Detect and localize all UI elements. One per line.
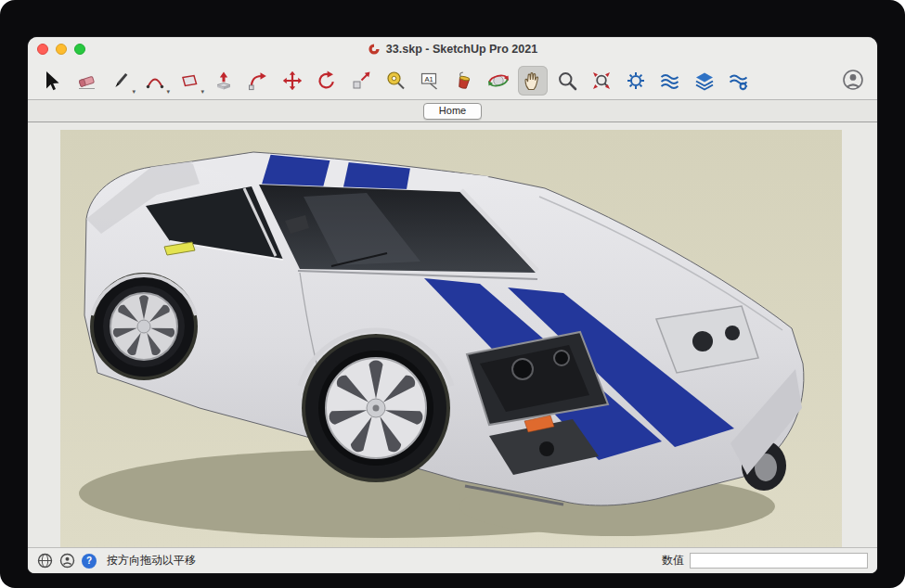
line-icon xyxy=(110,70,132,92)
toolbar-tools: ▾▾▾ xyxy=(37,66,758,96)
paint-bucket-button[interactable] xyxy=(449,66,479,96)
close-button[interactable] xyxy=(37,44,48,55)
add-detail-icon xyxy=(728,70,750,92)
zoom-button[interactable] xyxy=(552,66,582,96)
account-icon xyxy=(841,68,865,92)
help-icon[interactable]: ? xyxy=(82,554,97,569)
eraser-button[interactable] xyxy=(71,66,101,96)
front-wheel xyxy=(300,330,452,482)
tape-measure-icon xyxy=(384,70,407,92)
rotate-icon xyxy=(316,70,338,92)
rectangle-button[interactable]: ▾ xyxy=(175,66,204,96)
titlebar: 33.skp - SketchUp Pro 2021 xyxy=(28,37,877,61)
push-pull-icon xyxy=(213,70,235,92)
eraser-icon xyxy=(75,70,97,92)
zoom-extents-button[interactable] xyxy=(587,66,616,96)
zoom-extents-icon xyxy=(590,70,613,92)
scene-tab-bar: Home xyxy=(28,100,877,122)
window-title: 33.skp - SketchUp Pro 2021 xyxy=(386,43,537,56)
credits-icon[interactable] xyxy=(59,553,75,569)
model-car[interactable] xyxy=(84,150,804,505)
add-detail-button[interactable] xyxy=(724,66,754,96)
move-icon xyxy=(281,70,304,92)
select-button[interactable] xyxy=(37,66,67,96)
sketchup-logo-icon xyxy=(368,43,381,56)
statusbar: ? 按方向拖动以平移 数值 xyxy=(28,547,877,573)
drawing-canvas[interactable] xyxy=(60,130,842,547)
dropdown-caret-icon[interactable]: ▾ xyxy=(132,88,136,95)
sandbox-from-contours-button[interactable] xyxy=(621,66,651,96)
smoove-icon xyxy=(659,70,681,92)
title-group: 33.skp - SketchUp Pro 2021 xyxy=(368,43,537,56)
zoom-icon xyxy=(556,70,578,92)
pan-icon xyxy=(522,70,544,92)
text-icon xyxy=(419,70,441,92)
rectangle-icon xyxy=(178,70,200,92)
account-button[interactable] xyxy=(840,68,866,94)
select-icon xyxy=(41,70,63,92)
move-button[interactable] xyxy=(278,66,307,96)
rear-wheel xyxy=(90,273,198,380)
measurements-label: 数值 xyxy=(662,553,684,569)
measurements-box: 数值 xyxy=(662,553,868,569)
screen-bezel: 33.skp - SketchUp Pro 2021 ▾▾▾ Home xyxy=(0,0,905,588)
minimize-button[interactable] xyxy=(56,44,67,55)
paint-bucket-icon xyxy=(453,70,475,92)
orbit-icon xyxy=(487,70,510,92)
soften-edges-button[interactable] xyxy=(690,66,719,96)
push-pull-button[interactable] xyxy=(209,66,239,96)
fullscreen-button[interactable] xyxy=(74,44,85,55)
scale-icon xyxy=(350,70,372,92)
pan-button[interactable] xyxy=(518,66,548,96)
text-button[interactable] xyxy=(415,66,445,96)
geolocation-icon[interactable] xyxy=(37,553,53,569)
status-hint: 按方向拖动以平移 xyxy=(107,553,196,569)
sandbox-from-contours-icon xyxy=(625,70,647,92)
toolbar: ▾▾▾ xyxy=(28,61,877,100)
smoove-button[interactable] xyxy=(655,66,685,96)
measurements-input[interactable] xyxy=(690,553,868,569)
follow-me-icon xyxy=(247,70,269,92)
model-viewport[interactable] xyxy=(60,130,842,547)
traffic-lights xyxy=(37,44,85,55)
arc-icon xyxy=(144,70,166,92)
orbit-button[interactable] xyxy=(484,66,513,96)
line-button[interactable]: ▾ xyxy=(106,66,136,96)
tape-measure-button[interactable] xyxy=(381,66,410,96)
soften-edges-icon xyxy=(693,70,716,92)
viewport xyxy=(28,122,877,547)
follow-me-button[interactable] xyxy=(243,66,273,96)
dropdown-caret-icon[interactable]: ▾ xyxy=(166,88,170,95)
sketchup-window: 33.skp - SketchUp Pro 2021 ▾▾▾ Home xyxy=(28,37,877,573)
dropdown-caret-icon[interactable]: ▾ xyxy=(200,88,204,95)
arc-button[interactable]: ▾ xyxy=(140,66,170,96)
scene-tab-home[interactable]: Home xyxy=(423,103,482,120)
scale-button[interactable] xyxy=(346,66,376,96)
rotate-button[interactable] xyxy=(312,66,342,96)
